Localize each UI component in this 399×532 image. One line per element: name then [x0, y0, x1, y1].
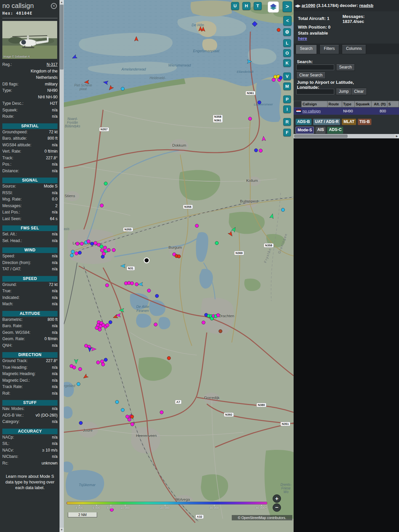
zoom-out-button[interactable]: −: [273, 503, 281, 512]
aircraft-marker[interactable]: [262, 136, 266, 141]
aircraft-marker[interactable]: [98, 328, 101, 331]
scrollbar-down-icon[interactable]: ▼: [60, 528, 64, 532]
aircraft-marker[interactable]: [121, 264, 125, 268]
map-button-h[interactable]: H: [242, 2, 250, 10]
aircraft-marker[interactable]: [71, 250, 74, 253]
aircraft-marker[interactable]: [115, 400, 119, 404]
aircraft-marker[interactable]: [177, 255, 181, 258]
filter-badge-adsc[interactable]: ADS-C: [327, 127, 343, 134]
sidebar-scrollbar[interactable]: ▲ ▼: [60, 0, 64, 532]
aircraft-marker[interactable]: [112, 248, 115, 252]
aircraft-marker[interactable]: [78, 367, 82, 371]
aircraft-marker[interactable]: [104, 358, 107, 361]
aircraft-marker[interactable]: [128, 418, 131, 421]
aircraft-marker[interactable]: [138, 282, 143, 287]
aircraft-marker[interactable]: [103, 246, 107, 249]
aircraft-marker[interactable]: [281, 208, 285, 211]
aircraft-marker[interactable]: [195, 224, 199, 227]
aircraft-marker[interactable]: [74, 359, 78, 364]
aircraft-marker[interactable]: [80, 242, 83, 245]
map-button-p[interactable]: P: [283, 95, 291, 103]
aircraft-marker[interactable]: [126, 415, 129, 418]
aircraft-marker[interactable]: [131, 423, 134, 426]
aircraft-marker[interactable]: [108, 85, 114, 91]
expand-panel-button[interactable]: >: [283, 1, 292, 12]
table-horizontal-scrollbar[interactable]: ▶: [294, 134, 399, 138]
aircraft-marker[interactable]: [228, 231, 234, 237]
aircraft-marker[interactable]: [92, 347, 96, 351]
aircraft-marker[interactable]: [75, 252, 78, 255]
collapse-panel-button[interactable]: <: [283, 16, 292, 26]
column-header-flag[interactable]: [294, 101, 302, 107]
aircraft-marker[interactable]: [247, 60, 252, 64]
aircraft-marker[interactable]: [154, 323, 157, 326]
settings-gear-icon[interactable]: ⚙: [283, 28, 291, 36]
map-button-r[interactable]: R: [283, 118, 291, 126]
map-button-o[interactable]: O: [283, 49, 291, 57]
aircraft-marker[interactable]: [167, 356, 171, 360]
aircraft-marker[interactable]: [119, 308, 124, 312]
aircraft-marker[interactable]: [79, 421, 82, 425]
jump-clear-button[interactable]: Clear: [351, 88, 367, 95]
aircraft-marker[interactable]: [147, 289, 151, 292]
aircraft-marker[interactable]: [121, 87, 124, 90]
aircraft-marker[interactable]: [252, 21, 257, 27]
aircraft-marker[interactable]: [130, 415, 134, 418]
aircraft-marker[interactable]: [72, 366, 76, 369]
tab-columns[interactable]: Columns: [342, 45, 366, 54]
map-button-t[interactable]: T: [254, 2, 262, 10]
aircraft-marker[interactable]: [77, 382, 80, 386]
aircraft-marker[interactable]: [106, 324, 109, 327]
row-callsign[interactable]: no callsign: [302, 109, 328, 113]
column-header-type[interactable]: Type: [342, 101, 355, 107]
map-button-m[interactable]: M: [283, 82, 291, 90]
aircraft-marker[interactable]: [100, 204, 103, 207]
aircraft-table-row[interactable]: no callsign NH90 800: [294, 107, 399, 115]
layer-switcher-button[interactable]: [268, 1, 279, 13]
panel-collapse-arrows-icon[interactable]: ◀▶: [295, 4, 301, 8]
aircraft-marker[interactable]: [210, 317, 213, 320]
aircraft-marker[interactable]: [259, 149, 262, 152]
aircraft-marker[interactable]: [215, 241, 218, 245]
selected-aircraft-marker[interactable]: [144, 258, 149, 263]
aircraft-marker[interactable]: [258, 101, 261, 104]
jump-input[interactable]: [296, 89, 334, 94]
aircraft-marker[interactable]: [78, 251, 81, 254]
map-button-u[interactable]: U: [231, 2, 239, 10]
hscrollbar-thumb[interactable]: [294, 135, 347, 138]
aircraft-marker[interactable]: [135, 283, 138, 286]
map-button-i[interactable]: I: [283, 105, 291, 113]
map[interactable]: DokkumKollumBuitenpostBurgumDrachtenGorr…: [64, 0, 294, 532]
aircraft-marker[interactable]: [248, 117, 252, 120]
readsb-link[interactable]: readsb: [359, 3, 373, 8]
aircraft-marker[interactable]: [100, 245, 103, 248]
search-input[interactable]: [296, 65, 334, 70]
filter-badge-mlat[interactable]: MLAT: [342, 119, 356, 125]
aircraft-marker[interactable]: [100, 249, 104, 252]
aircraft-marker[interactable]: [219, 330, 222, 333]
aircraft-marker[interactable]: [101, 363, 105, 366]
map-button-f[interactable]: F: [283, 129, 291, 136]
filter-badge-uat[interactable]: UAT / ADS-R: [313, 119, 340, 125]
tab-search[interactable]: Search: [296, 45, 317, 54]
tar1090-link[interactable]: ar1090: [302, 3, 315, 8]
aircraft-marker[interactable]: [76, 242, 79, 245]
aircraft-marker[interactable]: [254, 149, 258, 152]
tab-filters[interactable]: Filters: [320, 45, 339, 54]
aircraft-marker[interactable]: [155, 294, 159, 298]
aircraft-marker[interactable]: [109, 321, 112, 324]
aircraft-marker[interactable]: [201, 27, 205, 32]
aircraft-marker[interactable]: [270, 213, 275, 219]
aircraft-marker[interactable]: [216, 314, 220, 317]
aircraft-marker[interactable]: [160, 411, 163, 414]
aircraft-marker[interactable]: [87, 240, 90, 243]
clear-search-button[interactable]: Clear Search: [296, 72, 326, 79]
aircraft-marker[interactable]: [121, 408, 124, 412]
aircraft-marker[interactable]: [130, 282, 134, 285]
zoom-in-button[interactable]: +: [273, 494, 281, 503]
aircraft-marker[interactable]: [103, 80, 108, 85]
column-header-squawk[interactable]: Squawk: [355, 101, 371, 107]
aircraft-marker[interactable]: [102, 252, 105, 255]
column-header-s[interactable]: S: [387, 101, 399, 107]
aircraft-marker[interactable]: [202, 321, 205, 324]
